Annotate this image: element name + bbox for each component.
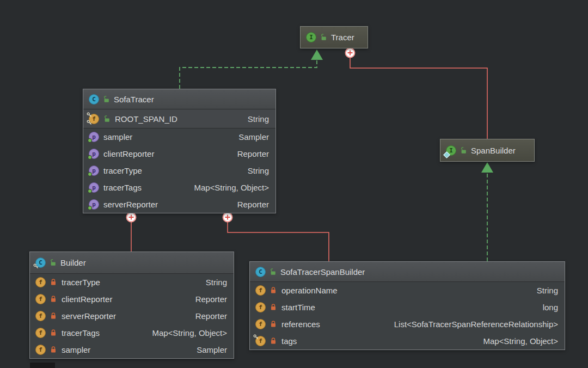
- class-title: Builder: [60, 258, 86, 267]
- field-name: tracerType: [62, 278, 100, 287]
- field-icon: f: [35, 311, 46, 321]
- interface-header-spanbuilder[interactable]: I SpanBuilder: [440, 139, 534, 161]
- field-type: Map<String, Object>: [152, 328, 227, 338]
- inner-class-anchor-tracer[interactable]: [346, 48, 355, 58]
- field-icon: f: [255, 302, 266, 312]
- field-row[interactable]: f serverReporter Reporter: [30, 308, 234, 324]
- property-type: Reporter: [237, 200, 269, 209]
- private-lock-icon: [270, 304, 277, 311]
- property-type: Map<String, Object>: [194, 183, 269, 192]
- public-lock-icon: [320, 34, 327, 41]
- class-header-builder[interactable]: C Builder: [30, 252, 234, 274]
- class-icon: C: [89, 94, 99, 105]
- field-type: Map<String, Object>: [483, 336, 558, 346]
- field-type: long: [543, 303, 558, 312]
- property-row[interactable]: p clientReporter Reporter: [83, 145, 275, 162]
- uml-diagram-canvas[interactable]: I Tracer C SofaTracer f: [0, 0, 588, 368]
- field-type: String: [248, 114, 269, 124]
- field-name: tags: [281, 336, 297, 346]
- private-lock-icon: [270, 321, 277, 328]
- field-row[interactable]: f operationName String: [250, 282, 565, 299]
- property-name: sampler: [103, 132, 132, 142]
- property-row[interactable]: p sampler Sampler: [83, 128, 275, 145]
- field-type: Reporter: [195, 295, 227, 304]
- class-box-sofatracerspanbuilder[interactable]: C SofaTracerSpanBuilder f operationName …: [249, 261, 565, 350]
- property-icon: p: [89, 149, 99, 159]
- private-lock-icon: [270, 287, 277, 294]
- public-lock-icon: [103, 115, 111, 122]
- property-row[interactable]: p tracerType String: [83, 162, 275, 179]
- inner-class-edge-tracer-spanbuilder: [350, 58, 487, 139]
- private-lock-icon: [50, 329, 57, 336]
- realization-arrowhead-spanbuilder: [481, 162, 493, 173]
- field-type: Reporter: [195, 311, 227, 321]
- interface-icon: I: [446, 145, 456, 156]
- field-row[interactable]: f tracerTags Map<String, Object>: [30, 324, 234, 341]
- private-lock-icon: [270, 338, 277, 345]
- class-box-builder[interactable]: C Builder f tracerType String f client: [29, 252, 234, 359]
- field-name: references: [281, 320, 320, 329]
- property-name: clientReporter: [103, 149, 154, 158]
- field-name: ROOT_SPAN_ID: [115, 114, 177, 124]
- final-key-badge-icon: [253, 334, 259, 340]
- field-icon: f: [35, 277, 46, 287]
- property-type: Sampler: [238, 132, 269, 142]
- field-type: List<SofaTracerSpanReferenceRelationship…: [394, 320, 558, 329]
- field-row[interactable]: f clientReporter Reporter: [30, 291, 234, 308]
- field-icon: f: [255, 285, 266, 296]
- realization-edge-sofatracer-tracer: [180, 60, 317, 89]
- property-icon: p: [89, 199, 99, 210]
- field-row[interactable]: f tracerType String: [30, 274, 234, 291]
- field-type: Sampler: [197, 345, 227, 354]
- static-field-row[interactable]: f ROOT_SPAN_ID String: [83, 109, 275, 128]
- inner-class-anchor-sofatracer-spanbuilder[interactable]: [223, 213, 232, 222]
- field-name: operationName: [281, 286, 338, 295]
- field-icon: f: [35, 328, 46, 338]
- private-lock-icon: [50, 312, 57, 320]
- interface-title: Tracer: [331, 33, 354, 42]
- field-name: tracerTags: [62, 328, 100, 338]
- class-box-sofatracer[interactable]: C SofaTracer f ROOT_SPAN_ID String p: [83, 89, 276, 213]
- static-field-icon: f: [89, 114, 99, 124]
- final-key-badge-icon: [87, 120, 93, 126]
- property-row[interactable]: p serverReporter Reporter: [83, 196, 275, 213]
- property-row[interactable]: p tracerTags Map<String, Object>: [83, 179, 275, 196]
- public-lock-icon: [460, 147, 467, 154]
- inner-class-anchor-sofatracer-builder[interactable]: [127, 213, 136, 222]
- field-name: clientReporter: [62, 295, 112, 304]
- interface-icon: I: [306, 32, 316, 42]
- interface-box-spanbuilder[interactable]: I SpanBuilder: [440, 139, 535, 162]
- public-lock-icon: [270, 268, 277, 275]
- property-name: tracerTags: [103, 183, 142, 192]
- private-lock-icon: [50, 279, 57, 286]
- public-lock-icon: [103, 96, 110, 103]
- field-row[interactable]: f startTime long: [250, 299, 565, 316]
- class-icon: C: [35, 257, 46, 268]
- property-type: String: [248, 166, 269, 175]
- nested-diamond-badge-icon: [443, 151, 450, 158]
- public-lock-icon: [50, 259, 57, 266]
- inner-class-edge-sofatracer-sofatracerspanbuilder: [228, 222, 329, 261]
- field-icon: f: [35, 345, 46, 355]
- field-type: String: [537, 286, 558, 295]
- class-title: SofaTracerSpanBuilder: [280, 267, 365, 277]
- realization-arrowhead-tracer: [311, 50, 323, 60]
- class-header-sofatracer[interactable]: C SofaTracer: [83, 89, 275, 109]
- private-lock-icon: [50, 346, 57, 353]
- interface-header-tracer[interactable]: I Tracer: [301, 27, 367, 48]
- field-name: sampler: [62, 345, 90, 354]
- property-type: Reporter: [237, 149, 269, 158]
- private-lock-icon: [50, 296, 57, 303]
- property-icon: p: [89, 182, 99, 193]
- class-icon: C: [255, 267, 266, 277]
- field-row[interactable]: f tags Map<String, Object>: [250, 333, 565, 349]
- interface-box-tracer[interactable]: I Tracer: [300, 26, 368, 48]
- field-name: startTime: [281, 303, 315, 312]
- field-type: String: [206, 278, 227, 287]
- field-row[interactable]: f sampler Sampler: [30, 341, 234, 358]
- field-name: serverReporter: [62, 311, 116, 321]
- field-icon: f: [255, 336, 266, 346]
- field-row[interactable]: f references List<SofaTracerSpanReferenc…: [250, 316, 565, 333]
- class-header-sofatracerspanbuilder[interactable]: C SofaTracerSpanBuilder: [250, 262, 565, 282]
- property-icon: p: [89, 132, 99, 142]
